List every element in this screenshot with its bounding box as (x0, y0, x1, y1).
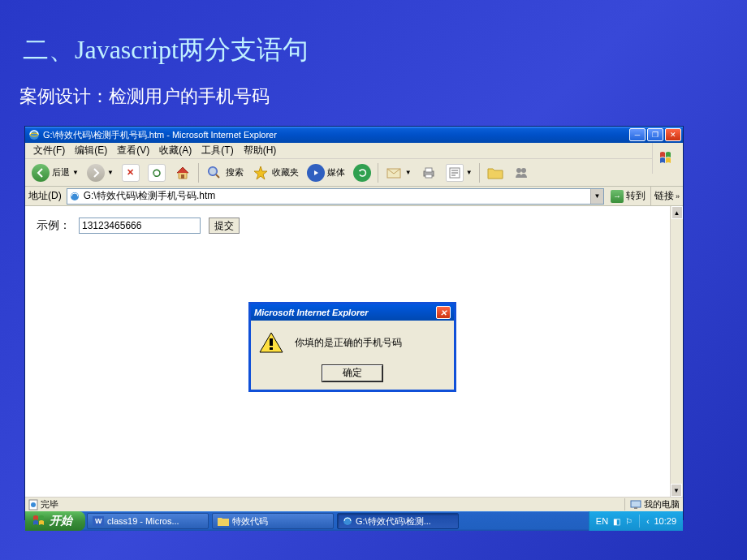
scroll-up-icon[interactable]: ▲ (671, 206, 683, 219)
dropdown-icon: ▼ (107, 169, 114, 176)
menu-file[interactable]: 文件(F) (28, 144, 70, 157)
print-icon (420, 164, 438, 182)
svg-point-12 (516, 168, 521, 173)
go-arrow-icon: → (611, 190, 624, 203)
alert-dialog: Microsoft Internet Explorer ✕ 你填的是正确的手机号… (248, 302, 456, 392)
page-icon (28, 499, 38, 510)
slide-title: 二、Javascript两分支语句 (0, 0, 747, 68)
word-icon: W (93, 516, 104, 526)
ie-window: G:\特效代码\检测手机号码.htm - Microsoft Internet … (24, 126, 684, 520)
taskbar: 开始 W class19 - Micros... 特效代码 G:\特效代码\检测… (25, 511, 683, 531)
windows-logo-icon (33, 515, 46, 527)
folder-icon (486, 164, 504, 182)
dialog-close-button[interactable]: ✕ (436, 306, 451, 319)
ie-page-icon (69, 191, 80, 202)
search-button[interactable]: 搜索 (202, 162, 247, 183)
home-icon (174, 164, 192, 182)
folder-button[interactable] (483, 162, 507, 183)
menu-view[interactable]: 查看(V) (112, 144, 154, 157)
svg-rect-9 (425, 168, 432, 172)
dropdown-icon: ▼ (466, 169, 473, 176)
status-text: 完毕 (41, 498, 58, 510)
taskbar-item-folder[interactable]: 特效代码 (212, 513, 334, 529)
svg-rect-15 (270, 338, 273, 346)
media-button[interactable]: 媒体 (304, 162, 348, 183)
messenger-button[interactable] (509, 162, 533, 183)
computer-icon (630, 500, 641, 510)
system-tray[interactable]: EN ◧ ⚐ ‹ 10:29 (589, 511, 683, 531)
form-label: 示例： (37, 218, 71, 233)
svg-rect-2 (181, 174, 184, 179)
start-button[interactable]: 开始 (25, 511, 85, 531)
clock[interactable]: 10:29 (654, 516, 676, 526)
menu-help[interactable]: 帮助(H) (239, 144, 282, 157)
menubar: 文件(F) 编辑(E) 查看(V) 收藏(A) 工具(T) 帮助(H) (25, 143, 683, 159)
scrollbar[interactable]: ▲ ▼ (670, 206, 683, 497)
maximize-button[interactable]: ❐ (647, 128, 663, 141)
address-bar: 地址(D) ▼ → 转到 链接 » (25, 187, 683, 206)
svg-rect-16 (270, 347, 273, 350)
svg-rect-20 (634, 507, 637, 509)
close-button[interactable]: ✕ (665, 128, 681, 141)
messenger-icon (512, 164, 530, 182)
submit-button[interactable]: 提交 (209, 218, 240, 234)
print-button[interactable] (417, 162, 441, 183)
back-icon (32, 164, 50, 182)
svg-point-0 (29, 130, 39, 140)
tray-expand-icon[interactable]: ‹ (646, 517, 649, 526)
star-icon (252, 164, 270, 182)
favorites-button[interactable]: 收藏夹 (248, 162, 302, 183)
menu-favorites[interactable]: 收藏(A) (154, 144, 196, 157)
scroll-down-icon[interactable]: ▼ (671, 484, 682, 497)
svg-rect-19 (631, 501, 641, 507)
language-indicator[interactable]: EN (596, 516, 608, 526)
history-icon (353, 164, 371, 182)
mail-button[interactable]: ▼ (382, 162, 415, 183)
dropdown-icon: ▼ (405, 169, 412, 176)
mail-icon (385, 164, 403, 182)
stop-button[interactable]: ✕ (119, 162, 143, 183)
dialog-titlebar: Microsoft Internet Explorer ✕ (251, 304, 454, 321)
edit-button[interactable]: ▼ (443, 162, 476, 183)
slide-subtitle: 案例设计：检测用户的手机号码 (0, 68, 747, 109)
forward-icon (87, 164, 105, 182)
taskbar-item-ie[interactable]: G:\特效代码\检测... (337, 513, 459, 529)
address-input[interactable] (82, 191, 590, 202)
ok-button[interactable]: 确定 (322, 365, 382, 381)
menu-tools[interactable]: 工具(T) (196, 144, 238, 157)
svg-point-4 (209, 167, 217, 175)
dialog-title: Microsoft Internet Explorer (254, 308, 436, 317)
svg-point-13 (521, 168, 526, 173)
window-title: G:\特效代码\检测手机号码.htm - Microsoft Internet … (43, 129, 628, 141)
edit-icon (446, 164, 464, 182)
stop-icon: ✕ (122, 164, 140, 182)
warning-icon (259, 332, 283, 353)
svg-rect-10 (425, 174, 432, 178)
history-button[interactable] (350, 162, 374, 183)
forward-button[interactable]: ▼ (84, 162, 117, 183)
address-dropdown[interactable]: ▼ (590, 189, 603, 204)
titlebar: G:\特效代码\检测手机号码.htm - Microsoft Internet … (25, 127, 683, 143)
toolbar: 后退 ▼ ▼ ✕ 搜索 (25, 159, 683, 187)
svg-text:W: W (95, 517, 102, 525)
content-area: ▲ ▼ 示例： 提交 Microsoft Internet Explorer ✕… (25, 206, 683, 497)
address-label: 地址(D) (25, 189, 65, 203)
go-button[interactable]: → 转到 (606, 189, 650, 203)
taskbar-item-word[interactable]: W class19 - Micros... (87, 513, 209, 529)
windows-flag-icon (652, 143, 683, 174)
ie-logo-icon (28, 129, 40, 140)
home-button[interactable] (171, 162, 195, 183)
back-button[interactable]: 后退 ▼ (28, 162, 82, 183)
menu-edit[interactable]: 编辑(E) (70, 144, 112, 157)
minimize-button[interactable]: ─ (629, 128, 646, 141)
svg-point-18 (31, 502, 36, 507)
dialog-message: 你填的是正确的手机号码 (295, 336, 402, 350)
address-input-wrap[interactable]: ▼ (67, 188, 604, 205)
tray-icon-1[interactable]: ◧ (613, 517, 620, 526)
tray-icon-2[interactable]: ⚐ (625, 517, 633, 526)
folder-icon (218, 516, 229, 526)
links-label[interactable]: 链接 » (650, 187, 683, 205)
ie-icon (343, 516, 352, 526)
phone-input[interactable] (79, 218, 201, 234)
refresh-button[interactable] (145, 162, 169, 183)
